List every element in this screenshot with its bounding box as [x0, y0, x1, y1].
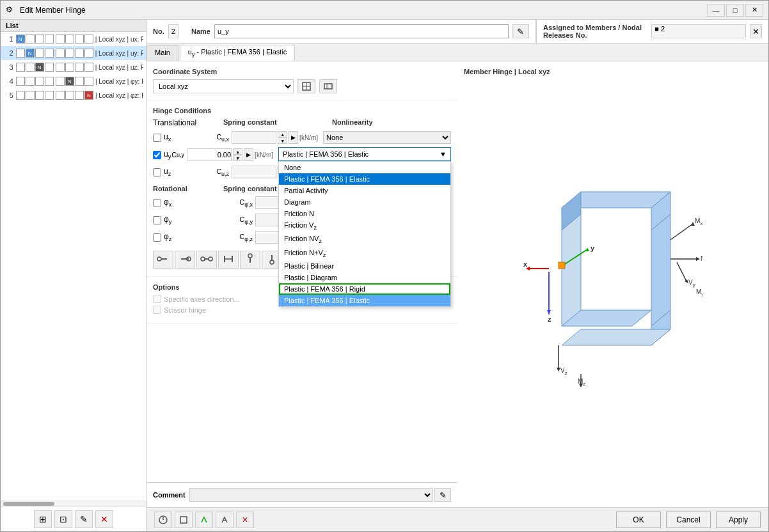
copy-item-button[interactable]: ⊡ [54, 510, 72, 528]
uy-nonlinearity-trigger[interactable]: Plastic | FEMA 356 | Elastic ▼ [278, 147, 451, 161]
list-item[interactable]: 4 N | Local xyz | φy: Plast [1, 74, 146, 88]
hinge-icon-btn-3[interactable] [196, 251, 217, 269]
ux-spinner-down[interactable]: ▼ [278, 137, 287, 144]
uy-spinner-down[interactable]: ▼ [233, 155, 242, 161]
tab-main[interactable]: Main [147, 45, 178, 61]
comment-select[interactable] [189, 488, 433, 502]
ux-checkbox[interactable] [153, 134, 161, 142]
dropdown-item-partial[interactable]: Partial Activity [279, 185, 450, 196]
list-item-selected[interactable]: 2 N | Local xyz | uy: Plasti [1, 46, 146, 60]
ux-spinner: ▲ ▼ [278, 131, 287, 144]
svg-text:y: y [591, 244, 595, 252]
add-item-button[interactable]: ⊞ [34, 510, 52, 528]
uy-spinner-up[interactable]: ▲ [233, 148, 242, 155]
uy-nonlinearity-current: Plastic | FEMA 356 | Elastic [283, 150, 369, 158]
ux-spinner-up[interactable]: ▲ [278, 131, 287, 137]
close-button[interactable]: ✕ [745, 4, 763, 17]
list-item-box-1 [16, 77, 25, 86]
ok-button[interactable]: OK [616, 512, 661, 528]
comment-label: Comment [153, 491, 186, 499]
hinge-icon-btn-2[interactable] [175, 251, 195, 269]
minimize-button[interactable]: ― [707, 4, 725, 17]
coord-icon-1 [301, 81, 312, 91]
center-content: Coordinate System Local xyz Global XYZ [147, 61, 457, 507]
edit-item-button[interactable]: ✎ [75, 510, 93, 528]
delete-item-button[interactable]: ✕ [95, 510, 113, 528]
uy-arrow-btn[interactable]: ▶ [244, 148, 253, 161]
tab-main-label: Main [155, 49, 170, 56]
scissor-hinge-row: Scissor hinge [153, 306, 451, 314]
list-item-boxes-2 [56, 63, 93, 72]
coord-button-2[interactable] [319, 79, 337, 93]
list-item-box-n: N [26, 49, 35, 58]
assigned-close-button[interactable]: ✕ [750, 24, 762, 38]
dropdown-item-friction-npvz[interactable]: Friction N+Vz [279, 247, 450, 260]
bottom-tool-btn-4[interactable] [216, 512, 234, 528]
cancel-button[interactable]: Cancel [666, 512, 711, 528]
no-field-group: No. 2 [147, 20, 185, 43]
phiy-check-group: φy [153, 215, 223, 225]
list-scrollbar-area [1, 501, 146, 506]
hinge-icon-btn-5[interactable] [240, 251, 260, 269]
svg-text:Vz: Vz [560, 367, 567, 376]
dropdown-item-elastic-1[interactable]: Plastic | FEMA 356 | Elastic [279, 173, 450, 185]
uy-spinner: ▲ ▼ [233, 148, 242, 161]
hinge-icon-btn-1[interactable] [153, 251, 173, 269]
coordinate-system-select[interactable]: Local xyz Global XYZ [153, 79, 294, 93]
dropdown-item-pd[interactable]: Plastic | Diagram [279, 272, 450, 283]
uy-checkbox[interactable] [153, 151, 161, 159]
svg-text:My: My [696, 288, 702, 297]
phix-checkbox[interactable] [153, 199, 161, 207]
svg-marker-33 [562, 329, 670, 345]
uy-label: uy [164, 150, 171, 160]
list-item-box-6 [65, 91, 74, 100]
ux-nonlinearity-select[interactable]: None [323, 131, 451, 144]
tab-uy[interactable]: uy - Plastic | FEMA 356 | Elastic [180, 45, 296, 61]
bottom-tool-btn-2[interactable] [175, 512, 193, 528]
left-panel: List 1 N [1, 20, 147, 531]
uz-checkbox[interactable] [153, 168, 161, 176]
list-item-box-5 [56, 63, 65, 72]
uy-row: uy Cu,y ▲ ▼ ▶ [kN/m] [153, 147, 451, 162]
ux-arrow-btn[interactable]: ▶ [289, 131, 298, 144]
comment-edit-button[interactable]: ✎ [434, 488, 451, 502]
dropdown-item-elastic-2[interactable]: Plastic | FEMA 356 | Elastic [279, 295, 450, 306]
list-item-box-3 [35, 49, 44, 58]
list-item[interactable]: 3 N | Local xyz | uz: Plasti [1, 60, 146, 74]
list-item-box-3 [35, 35, 44, 43]
dropdown-item-friction-n[interactable]: Friction N [279, 208, 450, 219]
name-edit-button[interactable]: ✎ [512, 24, 529, 38]
spring-constant-header: Spring constant [223, 118, 332, 127]
bottom-tool-btn-5[interactable]: ✕ [236, 512, 254, 528]
list-item-box-6 [65, 35, 74, 43]
ux-spring-input [232, 131, 276, 144]
uy-spring-input-group: ▲ ▼ ▶ [kN/m] [187, 147, 273, 162]
apply-button[interactable]: Apply [716, 512, 761, 528]
hinge-icon-btn-4[interactable] [218, 251, 239, 269]
name-input[interactable] [214, 24, 509, 38]
list-item-box-8 [84, 49, 93, 58]
dropdown-item-rigid[interactable]: Plastic | FEMA 356 | Rigid [279, 283, 450, 295]
phiz-checkbox[interactable] [153, 233, 161, 242]
dropdown-item-diagram[interactable]: Diagram [279, 196, 450, 208]
dropdown-item-friction-vz[interactable]: Friction Vz [279, 219, 450, 233]
svg-marker-28 [562, 214, 581, 326]
list-item[interactable]: 5 N | Local xyz | φz: Plast [1, 88, 146, 102]
phiy-checkbox[interactable] [153, 216, 161, 224]
list-item[interactable]: 1 N | Local xyz | ux: Plasti [1, 32, 146, 46]
ux-spring-label: Cu,x [207, 133, 232, 143]
coord-button-1[interactable] [297, 79, 315, 93]
list-item-box-5 [56, 35, 65, 43]
bottom-tool-btn-1[interactable] [154, 512, 172, 528]
maximize-button[interactable]: □ [726, 4, 744, 17]
no-label: No. [153, 27, 164, 35]
svg-text:x: x [523, 260, 528, 268]
uy-spring-input[interactable] [187, 148, 232, 161]
title-bar: ⚙ Edit Member Hinge ― □ ✕ [1, 1, 768, 20]
dropdown-item-friction-nvz[interactable]: Friction NVz [279, 233, 450, 246]
dropdown-item-bilinear[interactable]: Plastic | Bilinear [279, 260, 450, 272]
ok-label: OK [633, 515, 644, 524]
bottom-tool-btn-3[interactable] [195, 512, 213, 528]
dropdown-item-none[interactable]: None [279, 162, 450, 173]
svg-marker-31 [651, 214, 670, 326]
